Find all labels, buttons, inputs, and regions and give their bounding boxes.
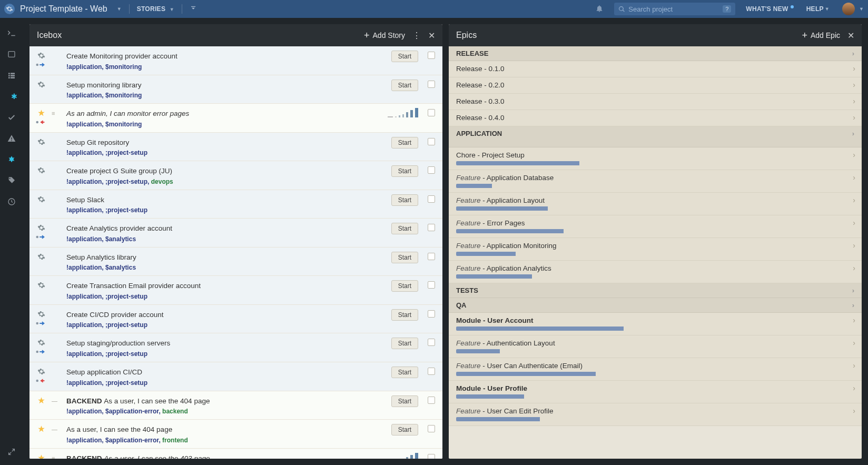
story-checkbox[interactable] xyxy=(428,52,435,59)
estimate-selector[interactable] xyxy=(388,108,418,117)
start-button[interactable]: Start xyxy=(391,424,418,436)
start-button[interactable]: Start xyxy=(391,367,418,378)
story-checkbox[interactable] xyxy=(428,339,435,346)
story-checkbox[interactable] xyxy=(428,224,435,231)
epics-body[interactable]: RELEASE›Release - 0.1.0›Release - 0.2.0›… xyxy=(449,46,862,459)
story-title: BACKEND As a user, I can see the 403 pag… xyxy=(66,454,434,459)
blocked-icon[interactable] xyxy=(6,133,17,144)
story-row[interactable]: Create Transaction Email provider accoun… xyxy=(29,276,442,305)
collapse-icon[interactable] xyxy=(190,5,197,14)
story-checkbox[interactable] xyxy=(428,397,435,404)
story-checkbox[interactable] xyxy=(428,368,435,375)
epic-section-header[interactable]: RELEASE› xyxy=(449,46,862,61)
story-row[interactable]: Create CI/CD provider account!applicatio… xyxy=(29,305,442,334)
story-checkbox[interactable] xyxy=(428,310,435,318)
start-button[interactable]: Start xyxy=(391,137,418,149)
list-icon[interactable] xyxy=(6,70,17,81)
story-row[interactable]: ≡BACKEND As a user, I can see the 403 pa… xyxy=(29,449,442,459)
story-row[interactable]: Setup application CI/CD!application, ;pr… xyxy=(29,362,442,391)
epic-row[interactable]: Release - 0.2.0› xyxy=(449,77,862,94)
help-link[interactable]: HELP ▼ xyxy=(806,5,830,13)
epic-row[interactable]: Feature - Application Layout› xyxy=(449,193,862,215)
user-avatar[interactable] xyxy=(842,3,855,15)
icebox-icon[interactable]: ✱ xyxy=(6,91,17,102)
start-button[interactable]: Start xyxy=(391,223,418,234)
epic-row[interactable]: Release - 0.4.0› xyxy=(449,110,862,126)
epic-row[interactable]: Feature - Application Monitoring› xyxy=(449,238,862,261)
epic-row[interactable]: Release - 0.3.0› xyxy=(449,94,862,110)
notifications-icon[interactable] xyxy=(595,4,604,14)
terminal-icon[interactable] xyxy=(6,27,17,39)
estimate-selector[interactable] xyxy=(388,453,418,459)
story-row[interactable]: Setup monitoring library!application, $m… xyxy=(29,75,442,104)
epic-section-header[interactable]: TESTS› xyxy=(449,283,862,298)
epic-row[interactable]: Release - 0.1.0› xyxy=(449,61,862,77)
history-icon[interactable] xyxy=(6,196,17,207)
story-row[interactable]: —As a user, I can see the 404 page!appli… xyxy=(29,420,442,449)
caret-down-icon[interactable]: ▼ xyxy=(859,6,864,12)
icebox-body[interactable]: Create Monitoring provider account!appli… xyxy=(29,46,442,459)
story-checkbox[interactable] xyxy=(428,454,435,459)
project-title[interactable]: Project Template - Web xyxy=(20,4,115,14)
start-button[interactable]: Start xyxy=(391,309,418,321)
story-checkbox[interactable] xyxy=(428,195,435,203)
story-row[interactable]: —BACKEND As a user, I can see the 404 pa… xyxy=(29,391,442,420)
gear-icon xyxy=(37,339,45,348)
story-row[interactable]: ≡As an admin, I can monitor error pages!… xyxy=(29,104,442,133)
story-row[interactable]: Setup Analytics library!application, $an… xyxy=(29,248,442,276)
whats-new-link[interactable]: WHAT'S NEW xyxy=(746,5,793,13)
close-icon[interactable]: ✕ xyxy=(428,31,435,41)
epic-section-header[interactable]: APPLICATION› xyxy=(449,126,862,147)
start-button[interactable]: Start xyxy=(391,194,418,206)
more-icon[interactable]: ⋮ xyxy=(412,31,421,41)
app-logo[interactable] xyxy=(4,4,15,14)
epic-row[interactable]: Feature - User Can Authenticate (Email)› xyxy=(449,358,862,381)
story-checkbox[interactable] xyxy=(428,253,435,260)
story-checkbox[interactable] xyxy=(428,166,435,174)
add-epic-button[interactable]: +Add Epic xyxy=(802,31,840,40)
story-row[interactable]: Create Analytics provider account!applic… xyxy=(29,219,442,248)
gear-icon xyxy=(37,253,45,262)
story-row[interactable]: Create Monitoring provider account!appli… xyxy=(29,46,442,75)
epic-row[interactable]: Feature - Application Database› xyxy=(449,170,862,193)
search-box[interactable]: ? xyxy=(614,3,735,15)
epic-section-header[interactable]: QA› xyxy=(449,298,862,313)
done-icon[interactable] xyxy=(6,112,17,123)
story-checkbox[interactable] xyxy=(428,81,435,88)
epic-row[interactable]: Feature - Error Pages› xyxy=(449,215,862,238)
start-button[interactable]: Start xyxy=(391,338,418,349)
start-button[interactable]: Start xyxy=(391,395,418,407)
start-button[interactable]: Start xyxy=(391,51,418,62)
stories-menu[interactable]: STORIES ▼ xyxy=(137,5,174,13)
caret-down-icon[interactable]: ▼ xyxy=(117,6,122,12)
start-button[interactable]: Start xyxy=(391,80,418,91)
close-icon[interactable]: ✕ xyxy=(847,31,854,41)
star-icon xyxy=(37,425,45,434)
story-checkbox[interactable] xyxy=(428,425,435,432)
add-story-button[interactable]: +Add Story xyxy=(364,31,405,40)
story-checkbox[interactable] xyxy=(428,138,435,145)
epics-icon[interactable] xyxy=(6,154,17,165)
epic-section-header[interactable]: Module - User Account› xyxy=(449,313,862,335)
epic-section-header[interactable]: Module - User Profile› xyxy=(449,381,862,403)
story-checkbox[interactable] xyxy=(428,109,435,116)
epic-row[interactable]: Chore - Project Setup› xyxy=(449,147,862,170)
epic-row[interactable]: Feature - Application Analytics› xyxy=(449,261,862,283)
epic-row[interactable]: Feature - User Can Edit Profile› xyxy=(449,403,862,426)
epic-row[interactable]: Feature - Authentication Layout› xyxy=(449,335,862,358)
labels-icon[interactable] xyxy=(6,175,17,186)
start-button[interactable]: Start xyxy=(391,252,418,263)
story-checkbox[interactable] xyxy=(428,281,435,289)
search-input[interactable] xyxy=(628,5,723,13)
story-title: Create CI/CD provider account xyxy=(66,310,434,320)
panel-icon[interactable] xyxy=(6,48,17,60)
story-title: Create Analytics provider account xyxy=(66,224,434,233)
svg-rect-5 xyxy=(8,77,10,78)
expand-icon[interactable] xyxy=(6,446,17,458)
story-row[interactable]: Setup Slack!application, ;project-setupS… xyxy=(29,190,442,219)
story-row[interactable]: Setup Git repository!application, ;proje… xyxy=(29,133,442,162)
start-button[interactable]: Start xyxy=(391,280,418,292)
story-row[interactable]: Setup staging/production servers!applica… xyxy=(29,333,442,362)
story-row[interactable]: Create project G Suite group (JU)!applic… xyxy=(29,161,442,190)
start-button[interactable]: Start xyxy=(391,165,418,177)
